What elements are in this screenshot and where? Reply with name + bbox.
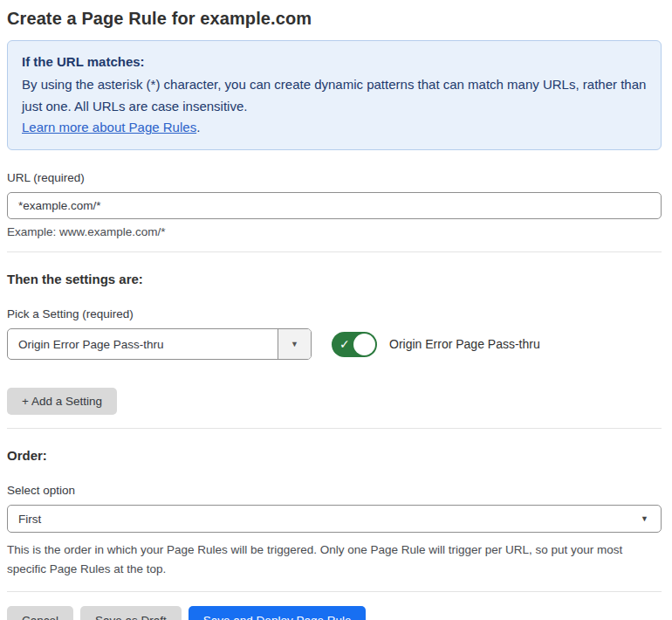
url-example-hint: Example: www.example.com/* (7, 225, 662, 238)
order-select-dropdown[interactable]: First ▼ (7, 505, 662, 533)
page-title: Create a Page Rule for example.com (7, 9, 662, 29)
toggle-knob (353, 334, 375, 355)
pick-setting-label: Pick a Setting (required) (7, 307, 662, 320)
select-arrow-icon: ▼ (641, 514, 648, 523)
footer-actions: Cancel Save as Draft Save and Deploy Pag… (7, 606, 662, 620)
learn-more-link[interactable]: Learn more about Page Rules (22, 120, 196, 134)
setting-toggle-label: Origin Error Page Pass-thru (389, 337, 540, 351)
link-period: . (196, 120, 200, 134)
create-page-rule-panel: Create a Page Rule for example.com If th… (0, 0, 672, 620)
info-box-heading: If the URL matches: (22, 52, 647, 72)
select-option-label: Select option (7, 484, 662, 497)
dropdown-arrow-icon[interactable]: ▼ (278, 329, 311, 359)
url-label: URL (required) (7, 171, 662, 184)
check-icon: ✓ (339, 337, 350, 351)
url-match-info-box: If the URL matches: By using the asteris… (7, 40, 662, 150)
divider (7, 251, 662, 252)
save-as-draft-button[interactable]: Save as Draft (80, 606, 182, 620)
setting-picker-value: Origin Error Page Pass-thru (8, 329, 278, 359)
divider (7, 428, 662, 429)
cancel-button[interactable]: Cancel (7, 606, 73, 620)
divider (7, 591, 662, 592)
order-help-text: This is the order in which your Page Rul… (7, 541, 656, 578)
info-box-link-line: Learn more about Page Rules. (22, 117, 647, 138)
setting-toggle[interactable]: ✓ (332, 332, 377, 357)
info-box-body: By using the asterisk (*) character, you… (22, 74, 647, 117)
setting-row: Origin Error Page Pass-thru ▼ ✓ Origin E… (7, 328, 662, 360)
save-and-deploy-button[interactable]: Save and Deploy Page Rule (189, 606, 367, 620)
settings-section-heading: Then the settings are: (7, 272, 662, 286)
order-select-value: First (18, 513, 641, 526)
add-setting-button[interactable]: + Add a Setting (7, 388, 117, 415)
setting-picker-dropdown[interactable]: Origin Error Page Pass-thru ▼ (7, 328, 312, 360)
order-section-heading: Order: (7, 448, 662, 463)
url-input[interactable] (7, 192, 662, 219)
